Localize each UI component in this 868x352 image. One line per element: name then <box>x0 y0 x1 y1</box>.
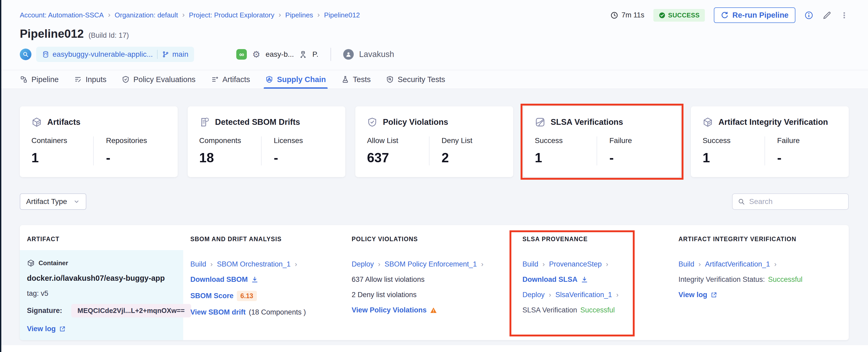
tab-artifacts[interactable]: Artifacts <box>211 70 250 89</box>
column-header-sbom: SBOM AND DRIFT ANALYSIS <box>183 236 344 243</box>
stat-value: 1 <box>703 150 764 165</box>
table-row: Container docker.io/lavakush07/easy-bugg… <box>20 250 849 340</box>
integrity-step-link[interactable]: ArtifactVerification_1 <box>705 260 770 268</box>
chevron-right-icon: › <box>295 260 297 268</box>
stat-label: Licenses <box>274 136 334 145</box>
breadcrumb-pipelines[interactable]: Pipelines <box>285 11 313 19</box>
edit-pipeline-button[interactable] <box>822 11 831 20</box>
policy-violations-cell: Deploy › SBOM Policy Enforcement_1 › 637… <box>344 250 515 340</box>
gear-icon: ⚙ <box>252 49 260 60</box>
stat-value: - <box>106 150 166 165</box>
stat-label: Failure <box>777 136 837 145</box>
breadcrumb-separator-icon: › <box>108 10 110 19</box>
slsa-deploy-stage-link[interactable]: Deploy <box>522 291 545 299</box>
allow-list-violations: 637 Allow list violations <box>352 276 425 284</box>
tab-inputs[interactable]: Inputs <box>74 70 106 89</box>
search-input[interactable] <box>749 197 843 206</box>
tab-bar: Pipeline Inputs Policy Evaluations Artif… <box>0 70 868 89</box>
pipeline-icon <box>20 75 28 84</box>
warning-icon <box>430 307 437 314</box>
stat-label: Containers <box>31 136 93 145</box>
view-policy-violations-link[interactable]: View Policy Violations <box>352 306 427 314</box>
policy-step-link[interactable]: SBOM Policy Enforcement_1 <box>384 260 477 268</box>
stat-value: 2 <box>442 150 502 165</box>
stat-label: Failure <box>609 136 669 145</box>
signature-value: MEQCICde2Vjl...L+2+mqnOXw== <box>71 304 191 317</box>
chevron-right-icon: › <box>542 260 545 268</box>
breadcrumb-account[interactable]: Account: Automation-SSCA <box>20 11 104 19</box>
stat-label: Success <box>703 136 764 145</box>
collapsed-sidebar-edge <box>0 0 1 352</box>
stat-label: Allow List <box>367 136 429 145</box>
stat-label: Success <box>535 136 597 145</box>
pill-divider <box>157 50 158 59</box>
page-header: Account: Automation-SSCA › Organization:… <box>0 0 868 70</box>
status-badge: SUCCESS <box>653 9 705 22</box>
stat-value: 637 <box>367 150 429 165</box>
card-slsa-verifications: SLSA Verifications Success 1 Failure - <box>523 106 681 177</box>
more-options-button[interactable] <box>840 11 848 20</box>
provenance-step-link[interactable]: ProvenanceStep <box>549 260 602 268</box>
integrity-status-label: Integrity Verification Status: <box>678 276 765 284</box>
tab-pipeline[interactable]: Pipeline <box>20 70 59 89</box>
sbom-step-link[interactable]: SBOM Orchestration_1 <box>217 260 291 268</box>
tab-tests[interactable]: Tests <box>341 70 371 89</box>
bottom-strip <box>0 345 868 352</box>
shield-check-icon <box>367 117 377 127</box>
stat-value: 1 <box>535 150 597 165</box>
tab-security-tests[interactable]: Security Tests <box>386 70 445 89</box>
policy-stage-link[interactable]: Deploy <box>352 260 374 268</box>
chevron-right-icon: › <box>210 260 213 268</box>
card-sbom-drifts: Detected SBOM Drifts Components 18 Licen… <box>188 106 346 177</box>
stat-label: Deny List <box>442 136 502 145</box>
breadcrumb-pipeline012[interactable]: Pipeline012 <box>324 11 360 19</box>
run-duration: 7m 11s <box>610 11 644 19</box>
search-icon <box>738 198 745 205</box>
breadcrumb-organization[interactable]: Organization: default <box>115 11 178 19</box>
signature-label: Signature: <box>27 307 62 315</box>
stat-value: - <box>777 150 837 165</box>
artifacts-icon <box>211 75 219 84</box>
pencil-icon <box>822 11 831 20</box>
card-policy-violations: Policy Violations Allow List 637 Deny Li… <box>355 106 513 177</box>
integrity-view-log-link[interactable]: View log <box>678 291 707 299</box>
column-header-integrity: ARTIFACT INTEGRITY VERIFICATION <box>671 236 849 243</box>
download-sbom-link[interactable]: Download SBOM <box>190 276 248 284</box>
stat-value: - <box>274 150 334 165</box>
stat-value: 18 <box>199 150 261 165</box>
info-button[interactable] <box>804 11 813 20</box>
user-icon <box>345 51 352 58</box>
repo-link[interactable]: easybuggy-vulnerable-applic... <box>42 50 153 59</box>
sbom-stage-link[interactable]: Build <box>190 260 206 268</box>
download-slsa-link[interactable]: Download SLSA <box>522 276 578 284</box>
external-link-icon <box>59 326 66 332</box>
artifact-view-log-link[interactable]: View log <box>27 325 56 333</box>
cube-icon <box>31 117 42 127</box>
integrity-stage-link[interactable]: Build <box>678 260 694 268</box>
kebab-icon <box>840 11 848 20</box>
artifact-type-select[interactable]: Artifact Type <box>20 193 86 210</box>
chevron-right-icon: › <box>774 260 777 268</box>
slsa-verification-step-link[interactable]: SlsaVerification_1 <box>555 291 612 299</box>
tab-supply-chain[interactable]: Supply Chain <box>265 70 326 89</box>
branch-link[interactable]: main <box>162 50 188 59</box>
breadcrumb-project[interactable]: Project: Product Exploratory <box>189 11 275 19</box>
inputs-icon <box>74 75 82 84</box>
security-tests-icon <box>386 75 394 84</box>
vertical-divider <box>331 48 331 61</box>
slsa-build-stage-link[interactable]: Build <box>522 260 538 268</box>
view-sbom-drift-link[interactable]: View SBOM drift <box>190 308 246 316</box>
chevron-right-icon: › <box>549 291 551 299</box>
avatar <box>343 49 354 60</box>
sbom-document-icon <box>199 117 210 127</box>
sbom-score-badge: 6.13 <box>237 291 257 301</box>
column-header-artifact: ARTIFACT <box>20 236 183 243</box>
rerun-pipeline-button[interactable]: Re-run Pipeline <box>714 7 796 23</box>
chevron-right-icon: › <box>606 260 608 268</box>
tab-policy-evaluations[interactable]: Policy Evaluations <box>122 70 195 89</box>
breadcrumb-separator-icon: › <box>317 10 320 19</box>
deny-list-violations: 2 Deny list violations <box>352 291 416 299</box>
artifact-cell: Container docker.io/lavakush07/easy-bugg… <box>20 250 183 340</box>
sbom-score-link[interactable]: SBOM Score <box>190 292 234 300</box>
slsa-provenance-cell: Build › ProvenanceStep › Download SLSA D… <box>515 250 671 340</box>
